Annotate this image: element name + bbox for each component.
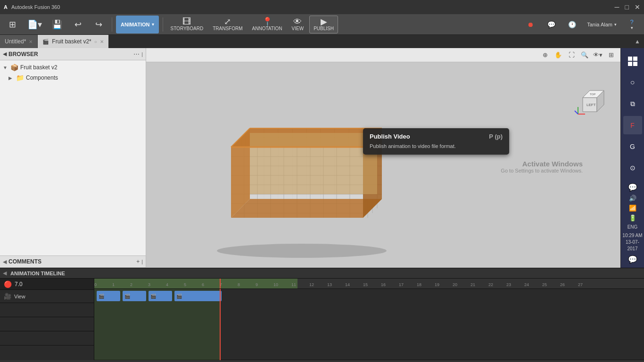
svg-line-73 xyxy=(575,111,578,114)
clip-4[interactable]: 🎬 xyxy=(174,291,222,301)
svg-point-0 xyxy=(217,244,387,258)
view-options-tool[interactable]: 👁▾ xyxy=(592,50,603,60)
timeline-arrow[interactable]: ◀ xyxy=(3,270,7,276)
publish-button[interactable]: ▶ PUBLISH xyxy=(309,16,338,33)
pan-tool[interactable]: ✋ xyxy=(553,50,564,60)
current-time-value[interactable]: 7.0 xyxy=(15,281,23,288)
app-logo: A xyxy=(4,4,8,10)
display-settings-tool[interactable]: ⊞ xyxy=(605,50,617,60)
minimize-button[interactable]: ─ xyxy=(615,3,619,11)
tab-fruit-basket-label: Fruit basket v2* xyxy=(52,38,91,45)
comments-expand-icon[interactable]: | xyxy=(141,259,143,264)
tab-collapse-button[interactable]: ▲ xyxy=(635,38,644,45)
tab-untitled[interactable]: Untitled* ✕ xyxy=(0,35,38,48)
taskview-icon: ⧉ xyxy=(630,100,635,108)
comments-arrow[interactable]: ◀ xyxy=(3,259,7,265)
transform-button[interactable]: ⤢ TRANSFORM xyxy=(209,16,246,33)
browser-expand-icon[interactable]: | xyxy=(141,51,143,57)
message-icon: 💬 xyxy=(547,21,555,28)
search-taskbar-button[interactable]: ○ xyxy=(623,73,642,91)
user-button[interactable]: Tania Alam ▾ xyxy=(583,16,620,33)
notification-button[interactable]: 💬 xyxy=(628,255,637,264)
clip-1[interactable]: 🎬 xyxy=(97,291,120,301)
timeline-tracks: 🎥 View xyxy=(0,290,94,360)
browser-header: ◀ BROWSER ⋯ | xyxy=(0,48,146,60)
empty-track-row-3 xyxy=(0,331,94,346)
empty-track-row-2 xyxy=(0,317,94,331)
new-icon: 📄▾ xyxy=(27,20,42,29)
view-track-row: 🎥 View xyxy=(0,290,94,303)
tooltip-title: Publish Video P (p) xyxy=(370,133,503,140)
undo-icon: ↩ xyxy=(74,20,82,29)
storyboard-button[interactable]: 🎞 STORYBOARD xyxy=(167,16,207,33)
storyboard-icon: 🎞 xyxy=(182,17,191,26)
clip-4-icon: 🎬 xyxy=(176,294,182,299)
tree-item-components[interactable]: ▶ 📁 Components xyxy=(0,73,146,83)
fusion-taskbar-button[interactable]: F xyxy=(623,116,642,134)
publish-label: PUBLISH xyxy=(314,26,334,31)
transform-label: TRANSFORM xyxy=(213,26,242,31)
browser-content: ▼ 📦 Fruit basket v2 ▶ 📁 Components xyxy=(0,60,146,255)
tree-expand-icon[interactable]: ▼ xyxy=(3,65,8,70)
tab-fruit-basket-close[interactable]: ✕ xyxy=(100,39,104,44)
help-button[interactable]: ? ▾ xyxy=(622,16,641,33)
tab-save-icon: ○ xyxy=(94,39,97,44)
volume-icon: 🔊 xyxy=(629,195,636,202)
animation-dropdown-icon[interactable]: ▾ xyxy=(152,22,154,27)
title-bar-right: ─ □ ✕ xyxy=(615,3,640,11)
view-button[interactable]: 👁 VIEW xyxy=(288,16,308,33)
chrome-button[interactable]: ⊙ xyxy=(623,159,642,177)
tree-item-fruit-basket[interactable]: ▼ 📦 Fruit basket v2 xyxy=(0,62,146,73)
basket-svg xyxy=(203,81,401,260)
record-button[interactable]: ⏺ xyxy=(521,16,540,33)
orbit-tool[interactable]: ⊕ xyxy=(539,50,551,60)
view-cube[interactable]: LEFT TOP xyxy=(573,79,611,116)
tree-item-label: Fruit basket v2 xyxy=(20,64,58,71)
view-label: VIEW xyxy=(292,26,304,31)
annotation-label: ANNOTATION xyxy=(252,26,282,31)
chat-button[interactable]: 💬 xyxy=(628,183,637,192)
google-button[interactable]: G xyxy=(623,137,642,156)
zoom-tool[interactable]: 🔍 xyxy=(579,50,590,60)
message-button[interactable]: 💬 xyxy=(542,16,561,33)
tab-fruit-basket[interactable]: 🎬 Fruit basket v2* ○ ✕ xyxy=(38,35,108,48)
browser-options-icon[interactable]: ⋯ xyxy=(133,50,140,58)
annotation-button[interactable]: 📍 ANNOTATION xyxy=(248,16,286,33)
grid-icon: ⊞ xyxy=(9,20,16,29)
zoom-fit-tool[interactable]: ⛶ xyxy=(566,50,577,60)
chrome-icon: ⊙ xyxy=(630,164,636,172)
basket-3d-model xyxy=(203,81,401,260)
tab-untitled-close[interactable]: ✕ xyxy=(29,39,33,44)
toolbar: ⊞ 📄▾ 💾 ↩ ↪ ANIMATION ▾ 🎞 STORYBOARD ⤢ TR… xyxy=(0,14,644,35)
windows-button[interactable] xyxy=(623,52,642,70)
tooltip-title-text: Publish Video xyxy=(370,133,410,140)
main-area: ◀ BROWSER ⋯ | ▼ 📦 Fruit basket v2 ▶ 📁 Co… xyxy=(0,48,644,268)
left-sidebar: ◀ BROWSER ⋯ | ▼ 📦 Fruit basket v2 ▶ 📁 Co… xyxy=(0,48,146,268)
fusion-icon: F xyxy=(630,122,635,129)
browser-collapse-arrow[interactable]: ◀ xyxy=(3,51,7,57)
animation-button[interactable]: ANIMATION ▾ xyxy=(116,16,159,33)
svg-marker-60 xyxy=(231,199,382,218)
clip-3[interactable]: 🎬 xyxy=(149,291,172,301)
svg-marker-63 xyxy=(250,133,377,194)
user-dropdown-icon: ▾ xyxy=(614,22,617,27)
tree-expand-components-icon[interactable]: ▶ xyxy=(8,75,14,81)
undo-button[interactable]: ↩ xyxy=(68,16,87,33)
maximize-button[interactable]: □ xyxy=(625,3,629,11)
save-button[interactable]: 💾 xyxy=(48,16,66,33)
storyboard-label: STORYBOARD xyxy=(171,26,204,31)
add-comment-button[interactable]: + xyxy=(136,258,140,265)
tooltip-description: Publish animation to video file format. xyxy=(370,143,503,150)
close-button[interactable]: ✕ xyxy=(635,3,640,11)
taskview-button[interactable]: ⧉ xyxy=(623,95,642,113)
new-button[interactable]: 📄▾ xyxy=(24,16,46,33)
grid-button[interactable]: ⊞ xyxy=(3,16,22,33)
clip-2[interactable]: 🎬 xyxy=(123,291,146,301)
history-button[interactable]: 🕐 xyxy=(562,16,581,33)
help-icon: ? xyxy=(630,18,633,25)
view-icon: 👁 xyxy=(293,17,302,26)
redo-button[interactable]: ↪ xyxy=(89,16,108,33)
clip-3-icon: 🎬 xyxy=(150,294,156,299)
publish-icon: ▶ xyxy=(321,17,327,26)
timeline-playhead-ruler xyxy=(220,279,221,288)
